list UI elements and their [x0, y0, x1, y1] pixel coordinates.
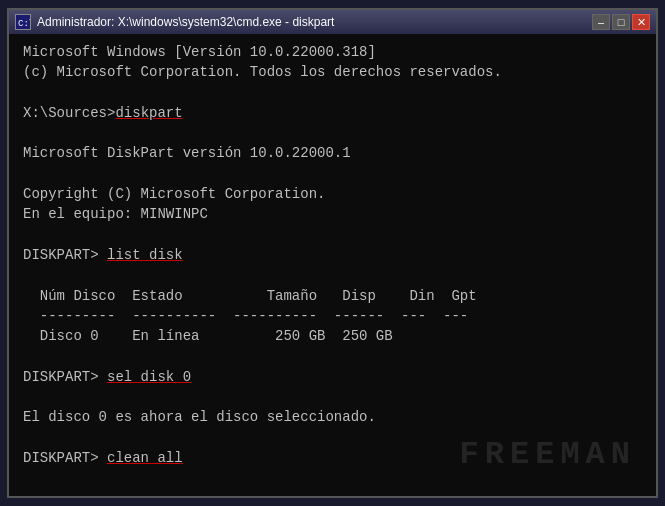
line-2: (c) Microsoft Corporation. Todos los der… — [23, 62, 642, 82]
line-8: Copyright (C) Microsoft Corporation. — [23, 184, 642, 204]
line-3 — [23, 83, 642, 103]
line-12 — [23, 265, 642, 285]
minimize-button[interactable]: – — [592, 14, 610, 30]
console-body[interactable]: Microsoft Windows [Versión 10.0.22000.31… — [9, 34, 656, 496]
line-4: X:\Sources>diskpart — [23, 103, 642, 123]
table-divider: --------- ---------- ---------- ------ -… — [23, 306, 642, 326]
line-6: Microsoft DiskPart versión 10.0.22000.1 — [23, 143, 642, 163]
cmd-icon: C:\ — [15, 14, 31, 30]
clean-all-cmd: clean all — [107, 450, 183, 466]
line-sel-disk: DISKPART> sel disk 0 — [23, 367, 642, 387]
cmd-window: C:\ Administrador: X:\windows\system32\c… — [7, 8, 658, 498]
title-bar: C:\ Administrador: X:\windows\system32\c… — [9, 10, 656, 34]
sel-disk-cmd: sel disk 0 — [107, 369, 191, 385]
line-5 — [23, 123, 642, 143]
window-title: Administrador: X:\windows\system32\cmd.e… — [37, 15, 334, 29]
list-disk-cmd: list disk — [107, 247, 183, 263]
line-9: En el equipo: MINWINPC — [23, 204, 642, 224]
line-blank-1 — [23, 346, 642, 366]
title-bar-buttons: – □ ✕ — [592, 14, 650, 30]
close-button[interactable]: ✕ — [632, 14, 650, 30]
maximize-button[interactable]: □ — [612, 14, 630, 30]
line-7 — [23, 164, 642, 184]
diskpart-cmd: diskpart — [115, 105, 182, 121]
line-clean-all: DISKPART> clean all — [23, 448, 642, 468]
table-row-0: Disco 0 En línea 250 GB 250 GB — [23, 326, 642, 346]
table-header: Núm Disco Estado Tamaño Disp Din Gpt — [23, 286, 642, 306]
line-10 — [23, 225, 642, 245]
title-bar-left: C:\ Administrador: X:\windows\system32\c… — [15, 14, 334, 30]
line-1: Microsoft Windows [Versión 10.0.22000.31… — [23, 42, 642, 62]
line-disk-selected: El disco 0 es ahora el disco seleccionad… — [23, 407, 642, 427]
line-blank-2 — [23, 387, 642, 407]
line-11: DISKPART> list disk — [23, 245, 642, 265]
line-blank-3 — [23, 428, 642, 448]
svg-text:C:\: C:\ — [18, 19, 30, 29]
